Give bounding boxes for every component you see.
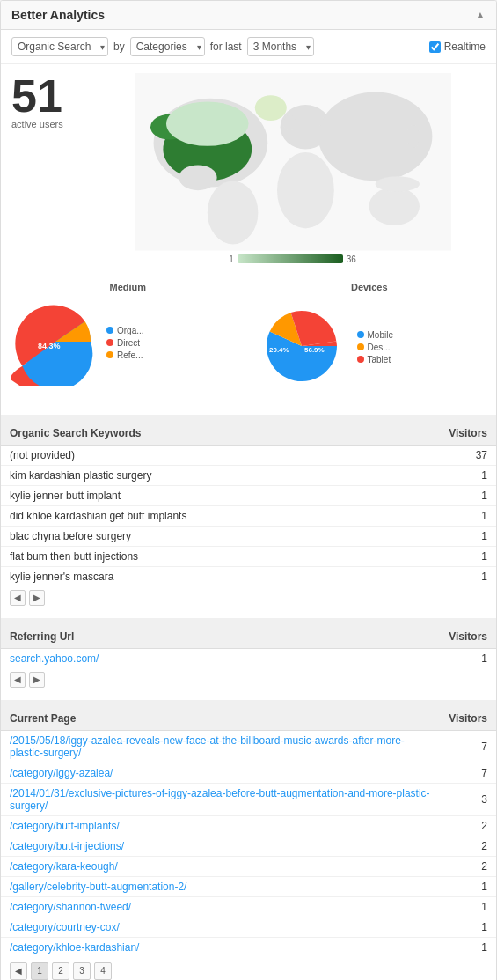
keyword-visitors-cell: 1 (385, 485, 496, 505)
table-row: blac chyna before surgery1 (1, 526, 496, 546)
tablet-dot (357, 356, 364, 363)
table-row: /category/shannon-tweed/1 (1, 896, 496, 917)
table-row: kylie jenner's mascara1 (1, 566, 496, 586)
keywords-section: Organic Search Keywords Visitors (not pr… (1, 415, 496, 609)
active-users-box: 51 active users (11, 73, 91, 129)
referring-scroll-left[interactable]: ◀ (10, 672, 26, 688)
page-visitors-cell: 2 (440, 856, 496, 876)
svg-text:29.4%: 29.4% (269, 346, 289, 354)
keywords-header-row: Organic Search Keywords Visitors (1, 422, 496, 446)
page-4-btn[interactable]: 4 (94, 962, 112, 980)
svg-point-6 (179, 165, 216, 190)
keyword-cell: blac chyna before surgery (1, 526, 385, 546)
world-map (135, 73, 451, 251)
keyword-visitors-cell: 1 (385, 566, 496, 586)
keyword-cell: kylie jenner's mascara (1, 566, 385, 586)
keyword-visitors-cell: 1 (385, 546, 496, 566)
svg-point-4 (166, 101, 249, 145)
table-row: kim kardashian plastic surgery1 (1, 465, 496, 485)
page-1-btn[interactable]: 1 (31, 962, 48, 980)
current-page-tbody: /2015/05/18/iggy-azalea-reveals-new-face… (1, 730, 496, 957)
page-prev-btn[interactable]: ◀ (10, 962, 27, 980)
current-page-col-header: Current Page (1, 707, 440, 731)
mobile-dot (357, 331, 364, 338)
source-select[interactable]: Organic Search (11, 37, 108, 56)
page-url-cell[interactable]: /category/kara-keough/ (1, 856, 440, 876)
svg-text:56.9%: 56.9% (304, 346, 325, 354)
map-container: 1 36 (99, 73, 486, 264)
table-row: /category/courtney-cox/1 (1, 917, 496, 937)
desktop-dot (357, 343, 364, 350)
map-legend-max: 36 (347, 254, 356, 264)
map-legend-min: 1 (229, 254, 234, 264)
keyword-visitors-cell: 1 (385, 526, 496, 546)
page-url-cell[interactable]: /category/khloe-kardashian/ (1, 937, 440, 957)
page-visitors-cell: 1 (440, 896, 496, 917)
medium-chart-block: Medium (11, 282, 245, 397)
controls-bar: Organic Search by Categories for last 3 … (1, 30, 496, 64)
table-row: flat bum then butt injections1 (1, 546, 496, 566)
page-url-cell[interactable]: /category/shannon-tweed/ (1, 896, 440, 917)
organic-label: Orga... (117, 326, 144, 335)
referring-tbody: search.yahoo.com/1 (1, 648, 496, 668)
referring-url-cell[interactable]: search.yahoo.com/ (1, 648, 325, 668)
table-row: /category/kara-keough/2 (1, 856, 496, 876)
referring-visitors-col-header: Visitors (325, 625, 496, 649)
table-row: /category/khloe-kardashian/1 (1, 937, 496, 957)
medium-chart-content: 84.3% Orga... Direct Refe... (11, 298, 144, 388)
keywords-scroll-right[interactable]: ▶ (29, 590, 45, 606)
months-select[interactable]: 3 Months (247, 37, 314, 56)
gradient-bar (238, 254, 343, 263)
devices-chart-title: Devices (351, 282, 388, 292)
svg-point-14 (375, 176, 419, 191)
devices-chart-block: Devices 29.4% (253, 282, 486, 397)
keywords-table: Organic Search Keywords Visitors (not pr… (1, 422, 496, 586)
keywords-scroll-left[interactable]: ◀ (10, 590, 26, 606)
devices-legend-mobile: Mobile (357, 330, 393, 340)
page-visitors-cell: 7 (440, 730, 496, 763)
keywords-visitors-col-header: Visitors (385, 422, 496, 446)
page-visitors-cell: 7 (440, 763, 496, 783)
referring-col-header: Referring Url (1, 625, 325, 649)
page-visitors-cell: 3 (440, 783, 496, 815)
medium-legend-referral: Refe... (106, 350, 144, 360)
table-row: /category/butt-implants/2 (1, 815, 496, 836)
by-label: by (113, 41, 125, 53)
page-url-cell[interactable]: /category/iggy-azalea/ (1, 763, 440, 783)
medium-pie: 84.3% (11, 298, 99, 386)
keyword-visitors-cell: 1 (385, 465, 496, 485)
category-select[interactable]: Categories (130, 37, 205, 56)
devices-pie: 29.4% 56.9% (253, 298, 350, 394)
months-select-wrapper: 3 Months (247, 37, 314, 56)
svg-point-11 (369, 188, 420, 225)
current-page-section: Current Page Visitors /2015/05/18/iggy-a… (1, 700, 496, 980)
devices-pie-wrapper: 29.4% 56.9% (253, 298, 350, 397)
widget-header: Better Analytics ▲ (1, 1, 496, 30)
page-url-cell[interactable]: /category/butt-implants/ (1, 815, 440, 836)
svg-point-7 (207, 181, 258, 244)
page-url-cell[interactable]: /2015/05/18/iggy-azalea-reveals-new-face… (1, 730, 440, 763)
realtime-checkbox[interactable] (429, 41, 441, 53)
active-users-number: 51 (11, 73, 91, 119)
medium-legend-organic: Orga... (106, 326, 144, 335)
page-url-cell[interactable]: /gallery/celebrity-butt-augmentation-2/ (1, 876, 440, 896)
direct-label: Direct (117, 338, 140, 348)
page-2-btn[interactable]: 2 (52, 962, 69, 980)
active-users-label: active users (11, 119, 91, 129)
widget-toggle[interactable]: ▲ (475, 9, 486, 21)
svg-point-12 (283, 115, 296, 130)
page-url-cell[interactable]: /category/butt-injections/ (1, 836, 440, 856)
referring-table: Referring Url Visitors search.yahoo.com/… (1, 625, 496, 668)
stats-section: 51 active users (1, 64, 496, 273)
direct-dot (106, 339, 113, 346)
widget-container: Better Analytics ▲ Organic Search by Cat… (0, 0, 497, 980)
referring-scroll-right[interactable]: ▶ (29, 672, 45, 688)
page-url-cell[interactable]: /2014/01/31/exclusive-pictures-of-iggy-a… (1, 783, 440, 815)
page-3-btn[interactable]: 3 (73, 962, 91, 980)
page-url-cell[interactable]: /category/courtney-cox/ (1, 917, 440, 937)
keyword-cell: kylie jenner butt implant (1, 485, 385, 505)
svg-text:84.3%: 84.3% (38, 342, 61, 350)
tablet-label: Tablet (368, 355, 391, 365)
table-row: /category/butt-injections/2 (1, 836, 496, 856)
devices-legend-tablet: Tablet (357, 355, 393, 365)
